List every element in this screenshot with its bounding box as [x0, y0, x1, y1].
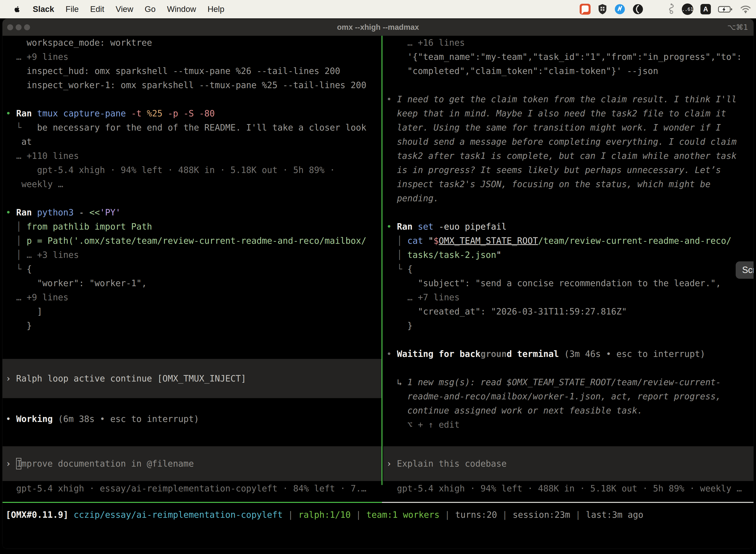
right-model-statusline: gpt-5.4 xhigh · 94% left · 488K in · 5.1… — [383, 482, 754, 496]
terminal-row: workspace_mode: worktree — [6, 36, 381, 50]
terminal-row: } — [6, 319, 381, 333]
menu-item-go[interactable]: Go — [145, 4, 155, 14]
battery-percent-badge[interactable]: ..61 — [682, 3, 693, 15]
terminal-row: continue assigned work or next feasible … — [386, 403, 754, 418]
terminal-row: └ { — [6, 262, 381, 276]
terminal-row: inspect_hud: omx sparkshell --tmux-pane … — [6, 64, 381, 78]
menu-item-edit[interactable]: Edit — [90, 4, 104, 14]
terminal-row: … +7 lines — [386, 290, 754, 304]
terminal-row — [386, 333, 754, 347]
terminal-row: is in progress? It seems likely but perh… — [386, 163, 754, 177]
ralph-loop-text: Ralph loop active continue [OMX_TMUX_INJ… — [16, 372, 246, 386]
text-cursor: I — [16, 458, 21, 469]
terminal-row: weekly … — [6, 177, 381, 191]
terminal-row: [OMX#0.11.9] cczip/essay/ai-reimplementa… — [6, 508, 754, 522]
terminal-row: gpt-5.4 xhigh · 94% left · 488K in · 5.1… — [6, 163, 381, 177]
terminal-row: pending. — [386, 191, 754, 206]
left-input-placeholder: mprove documentation in @filename — [21, 457, 194, 471]
terminal-row: "worker": "worker-1", — [6, 276, 381, 290]
terminal-row: keep that in mind. Maybe I also need the… — [386, 107, 754, 121]
right-pane[interactable]: … +16 lines '{"team_name":"my-team","tas… — [383, 36, 754, 432]
blue-badge-icon[interactable] — [614, 4, 625, 15]
terminal-row — [386, 206, 754, 220]
terminal-row: • Ran python3 - <<'PY' — [6, 206, 381, 220]
terminal-row: at — [6, 135, 381, 149]
zoom-button[interactable] — [24, 24, 30, 30]
terminal-row: • Ran tmux capture-pane -t %25 -p -S -80 — [6, 107, 381, 121]
input-source-icon[interactable]: A — [700, 4, 711, 14]
prompt-chevron-icon: › — [6, 372, 11, 386]
left-model-statusline: gpt-5.4 xhigh · essay/ai-reimplementatio… — [2, 482, 381, 496]
terminal-row: "completed","claim_token":"claim-token"}… — [386, 64, 754, 78]
terminal-row: ] — [6, 304, 381, 319]
left-prompt-input[interactable]: ›Improve documentation in @filename — [2, 446, 381, 481]
terminal-row: should send a message before completing … — [386, 135, 754, 149]
prompt-chevron-icon: › — [6, 457, 11, 471]
window-title: omx --xhigh --madmax — [337, 23, 419, 32]
terminal-row — [386, 361, 754, 375]
terminal-row: • I need to get the claim token from the… — [386, 92, 754, 107]
terminal-row: } — [386, 319, 754, 333]
terminal-row: '{"team_name":"my-team","task_id":"1","f… — [386, 50, 754, 64]
chat-app-icon[interactable] — [580, 4, 590, 15]
terminal-row: • Working (6m 38s • esc to interrupt) — [6, 412, 381, 426]
terminal-row: │ p = Path('.omx/state/team/review-curre… — [6, 234, 381, 248]
menu-item-help[interactable]: Help — [208, 4, 225, 14]
pane-divider[interactable] — [381, 36, 382, 485]
window-shortcut: ⌥⌘1 — [727, 23, 748, 32]
shield-icon[interactable] — [598, 4, 607, 15]
apple-menu-icon[interactable] — [12, 5, 21, 14]
working-status: • Working (6m 38s • esc to interrupt) — [2, 412, 381, 426]
terminal-row: … +110 lines — [6, 149, 381, 163]
terminal-row: ⌥ + ↑ edit — [386, 418, 754, 432]
terminal-row: "subject": "send a concise recommendatio… — [386, 276, 754, 290]
terminal-row — [6, 92, 381, 107]
terminal-row: … +9 lines — [6, 50, 381, 64]
menu-bar: Slack File Edit View Go Window Help ..61… — [0, 0, 756, 18]
terminal-row — [386, 78, 754, 92]
terminal-content: workspace_mode: worktree … +9 lines insp… — [2, 36, 754, 549]
right-prompt-input[interactable]: ›Explain this codebase — [383, 446, 754, 481]
prompt-chevron-icon: › — [386, 457, 392, 471]
wifi-icon[interactable] — [740, 5, 751, 13]
terminal-window: omx --xhigh --madmax ⌥⌘1 workspace_mode:… — [2, 19, 754, 549]
terminal-row: │ cat "$OMX_TEAM_STATE_ROOT/team/review-… — [386, 234, 754, 248]
moon-icon[interactable] — [632, 4, 643, 15]
hook-icon[interactable] — [668, 3, 675, 15]
terminal-row: inspect task2's JSON, focusing on the st… — [386, 177, 754, 191]
omx-status-bar: [OMX#0.11.9] cczip/essay/ai-reimplementa… — [2, 508, 754, 522]
ralph-loop-banner: ›Ralph loop active continue [OMX_TMUX_IN… — [2, 359, 381, 398]
terminal-row: inspect_worker-1: omx sparkshell --tmux-… — [6, 78, 381, 92]
terminal-row: │ tasks/task-2.json" — [386, 248, 754, 262]
terminal-row: ↳ 1 new msg(s): read $OMX_TEAM_STATE_ROO… — [386, 375, 754, 389]
screen-overlay-tooltip: Scre — [736, 261, 754, 279]
terminal-row: later. Using the same for transition mig… — [386, 121, 754, 135]
terminal-row: │ … +3 lines — [6, 248, 381, 262]
left-pane[interactable]: workspace_mode: worktree … +9 lines insp… — [2, 36, 381, 333]
window-titlebar: omx --xhigh --madmax ⌥⌘1 — [2, 19, 754, 36]
menu-item-view[interactable]: View — [116, 4, 133, 14]
close-button[interactable] — [7, 24, 13, 30]
menu-item-window[interactable]: Window — [167, 4, 196, 14]
terminal-row: • Waiting for background terminal (3m 46… — [386, 347, 754, 361]
left-pane-border — [2, 502, 382, 503]
battery-icon[interactable] — [718, 5, 733, 13]
menu-item-file[interactable]: File — [65, 4, 79, 14]
terminal-row: readme-and-reco/mailbox/worker-1.json, a… — [386, 389, 754, 403]
dots-grid-icon[interactable] — [650, 4, 661, 14]
terminal-row: task2 after task1 is complete, but can I… — [386, 149, 754, 163]
terminal-row: └ { — [386, 262, 754, 276]
terminal-row: └ be necessary for the end of the README… — [6, 121, 381, 135]
right-input-placeholder: Explain this codebase — [397, 457, 507, 471]
terminal-row: "created_at": "2026-03-31T11:59:27.816Z" — [386, 304, 754, 319]
terminal-row: … +16 lines — [386, 36, 754, 50]
terminal-row: … +9 lines — [6, 290, 381, 304]
terminal-row: • Ran set -euo pipefail — [386, 220, 754, 234]
terminal-row — [6, 191, 381, 206]
right-pane-border — [382, 502, 754, 503]
menu-item-app[interactable]: Slack — [33, 4, 54, 14]
minimize-button[interactable] — [16, 24, 21, 30]
terminal-row: │ from pathlib import Path — [6, 220, 381, 234]
